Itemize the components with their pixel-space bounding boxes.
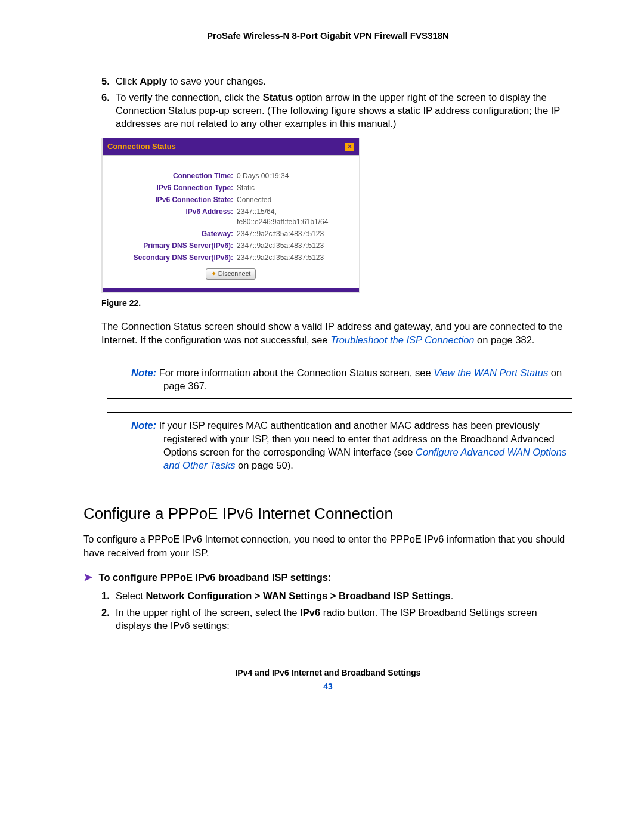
page-header: ProSafe Wireless-N 8-Port Gigabit VPN Fi… [83,30,572,42]
step-text-pre: Click [116,76,140,86]
dialog-body: Connection Time:0 Days 00:19:34 IPv6 Con… [103,156,359,289]
table-row: Gateway:2347::9a2c:f35a:4837:5123 [132,228,330,240]
table-row: Primary DNS Server(IPv6):2347::9a2c:f35a… [132,240,330,252]
table-row: Connection Time:0 Days 00:19:34 [132,170,330,182]
step-number: 6. [101,91,110,104]
chapter-title: IPv4 and IPv6 Internet and Broadband Set… [83,667,572,679]
pstep-1: 1. Select Network Configuration > WAN Se… [101,589,572,602]
step-text: To verify the connection, click the Stat… [116,92,560,129]
intro-paragraph: To configure a PPPoE IPv6 Internet conne… [83,532,572,559]
close-icon[interactable]: × [345,143,354,151]
step-6: 6. To verify the connection, click the S… [101,91,572,131]
section-heading: Configure a PPPoE IPv6 Internet Connecti… [83,503,572,524]
figure-caption: Figure 22. [101,298,572,309]
table-row: IPv6 Address:2347::15/64, fe80::e246:9af… [132,206,330,227]
wan-port-status-link[interactable]: View the WAN Port Status [434,367,548,378]
dialog-titlebar: Connection Status × [103,138,359,156]
menu-path: Network Configuration > WAN Settings > B… [145,590,450,601]
step-number: 1. [101,589,110,602]
paragraph: The Connection Status screen should show… [101,320,572,346]
status-label: Status [263,92,293,103]
arrow-icon: ➤ [83,570,92,584]
page-number: 43 [83,681,572,692]
step-5: 5. Click Apply to save your changes. [101,75,572,88]
note-label: Note: [131,420,156,431]
step-text-post: to save your changes. [167,76,266,86]
procedure-heading: ➤ To configure PPPoE IPv6 broadband ISP … [83,570,572,584]
table-row: Secondary DNS Server(IPv6):2347::9a2c:f3… [132,252,330,264]
table-row: IPv6 Connection Type:Static [132,182,330,194]
note-label: Note: [131,367,156,378]
instruction-list: 5. Click Apply to save your changes. 6. … [101,75,572,130]
document-page: ProSafe Wireless-N 8-Port Gigabit VPN Fi… [0,0,644,833]
pstep-2: 2. In the upper right of the screen, sel… [101,606,572,633]
apply-label: Apply [140,76,167,86]
ipv6-label: IPv6 [300,607,320,618]
procedure-steps: 1. Select Network Configuration > WAN Se… [101,589,572,632]
step-number: 2. [101,606,110,619]
dialog-title-text: Connection Status [107,141,176,152]
note-box-2: Note: If your ISP requires MAC authentic… [107,412,572,478]
footer-divider [83,662,572,662]
table-row: IPv6 Connection State:Connected [132,194,330,206]
note-box-1: Note: For more information about the Con… [107,360,572,400]
dialog-bottom-bar [103,288,359,292]
disconnect-button[interactable]: Disconnect [206,268,256,280]
step-number: 5. [101,75,110,88]
connection-status-dialog: Connection Status × Connection Time:0 Da… [101,138,360,293]
troubleshoot-link[interactable]: Troubleshoot the ISP Connection [330,335,474,345]
status-table: Connection Time:0 Days 00:19:34 IPv6 Con… [132,170,330,264]
page-footer: IPv4 and IPv6 Internet and Broadband Set… [83,667,572,692]
